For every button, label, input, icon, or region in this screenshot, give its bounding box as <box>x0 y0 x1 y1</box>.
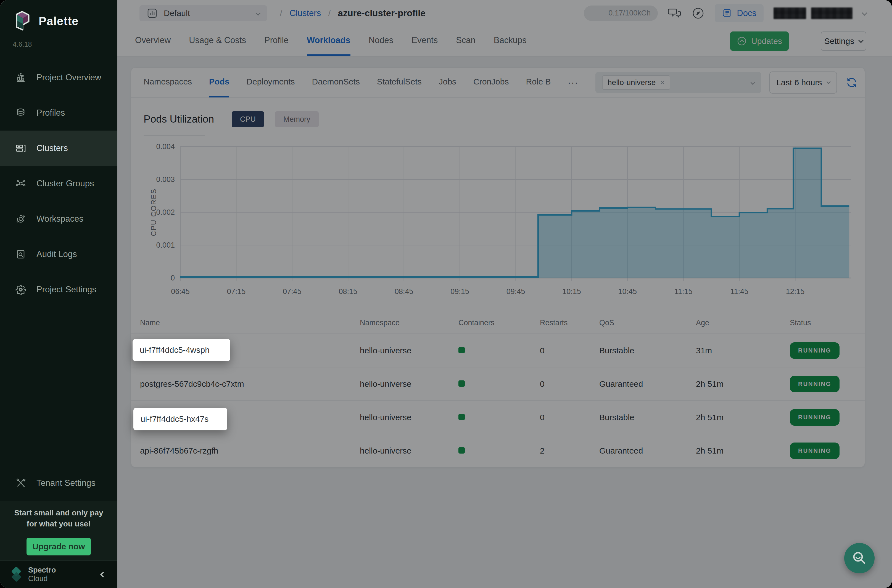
sidebar-item-label: Audit Logs <box>36 249 77 259</box>
tab-usage-costs[interactable]: Usage & Costs <box>189 26 246 56</box>
project-selector[interactable]: Default <box>140 5 267 21</box>
sidebar-item-cluster-groups[interactable]: Cluster Groups <box>0 166 117 201</box>
sidebar-item-audit-logs[interactable]: Audit Logs <box>0 237 117 272</box>
servers-icon <box>15 143 26 153</box>
subtab-jobs[interactable]: Jobs <box>439 68 456 98</box>
user-menu-chevron-icon[interactable] <box>862 10 867 16</box>
tab-overview[interactable]: Overview <box>135 26 171 56</box>
sidebar-item-workspaces[interactable]: Workspaces <box>0 201 117 237</box>
namespace-filter-select[interactable]: hello-universe × <box>595 72 761 93</box>
project-selected-label: Default <box>164 9 190 18</box>
pod-name: postgres-567dc9cb4c-c7xtm <box>140 379 360 388</box>
svg-text:06:45: 06:45 <box>171 287 190 296</box>
settings-button[interactable]: Settings <box>821 32 866 51</box>
redacted-user-name <box>773 8 853 19</box>
table-row[interactable]: api-86f745b67c-rzgfh hello-universe 2 Gu… <box>131 434 865 467</box>
time-range-select[interactable]: Last 6 hours <box>769 72 837 94</box>
status-badge: RUNNING <box>790 442 839 459</box>
network-icon <box>15 178 26 189</box>
table-row[interactable]: ui-f7ff4ddc5-hx47s hello-universe 0 Burs… <box>131 401 865 434</box>
sidebar-nav: Project Overview Profiles Clusters Clust… <box>0 60 117 307</box>
subtab-daemonsets[interactable]: DaemonSets <box>312 68 360 98</box>
remove-tag-icon[interactable]: × <box>660 78 664 87</box>
redacted-block <box>773 8 806 19</box>
section-title: Pods Utilization <box>144 114 214 125</box>
breadcrumb-clusters-link[interactable]: Clusters <box>290 8 321 18</box>
container-status-square <box>458 447 465 453</box>
sidebar-item-label: Tenant Settings <box>36 478 96 488</box>
sidebar-item-label: Project Settings <box>36 285 96 294</box>
sidebar-item-label: Clusters <box>36 143 68 153</box>
compass-icon <box>692 7 705 20</box>
explore-compass-button[interactable] <box>692 7 705 20</box>
sidebar-item-tenant-settings[interactable]: Tenant Settings <box>0 465 117 501</box>
tab-scan[interactable]: Scan <box>456 26 476 56</box>
svg-text:12:15: 12:15 <box>786 287 805 296</box>
upgrade-promo-panel: Start small and only pay for what you us… <box>0 501 117 560</box>
tab-backups[interactable]: Backups <box>494 26 527 56</box>
svg-text:0.003: 0.003 <box>156 175 175 184</box>
pod-age: 2h 51m <box>696 413 790 422</box>
table-row[interactable]: ui-f7ff4ddc5-4wsph hello-universe 0 Burs… <box>131 334 865 368</box>
refresh-icon <box>845 76 858 89</box>
chevron-down-icon <box>826 80 831 84</box>
memory-toggle-button[interactable]: Memory <box>275 111 319 127</box>
upgrade-now-button[interactable]: Upgrade now <box>27 538 91 555</box>
subtab-deployments[interactable]: Deployments <box>246 68 295 98</box>
tab-profile[interactable]: Profile <box>264 26 288 56</box>
chevron-down-icon <box>859 38 863 43</box>
brand-name: Palette <box>39 15 79 28</box>
namespace-tag-label: hello-universe <box>608 78 656 87</box>
main-area: Default / Clusters / azure-cluster-profi… <box>117 0 892 588</box>
col-containers: Containers <box>458 319 540 327</box>
search-fab-button[interactable] <box>844 543 875 573</box>
table-row[interactable]: postgres-567dc9cb4c-c7xtm hello-universe… <box>131 368 865 401</box>
tab-nodes[interactable]: Nodes <box>369 26 393 56</box>
section-title-underline <box>144 135 205 135</box>
subtab-statefulsets[interactable]: StatefulSets <box>377 68 422 98</box>
breadcrumb-separator: / <box>328 8 330 18</box>
svg-text:10:45: 10:45 <box>618 287 637 296</box>
status-badge: RUNNING <box>790 409 839 426</box>
status-badge: RUNNING <box>790 342 839 359</box>
pod-restarts: 2 <box>540 446 599 456</box>
pod-namespace: hello-universe <box>360 379 458 388</box>
col-name: Name <box>140 319 360 327</box>
subtabs-overflow-button[interactable]: ··· <box>568 78 578 88</box>
svg-text:0.004: 0.004 <box>156 142 175 151</box>
tab-events[interactable]: Events <box>411 26 438 56</box>
doc-search-icon <box>15 249 26 260</box>
sidebar-item-project-settings[interactable]: Project Settings <box>0 272 117 307</box>
filters-group: hello-universe × Last 6 hours <box>595 72 858 94</box>
highlighted-pod-name-1[interactable]: ui-f7ff4ddc5-4wsph <box>132 339 230 361</box>
pod-name: api-86f745b67c-rzgfh <box>140 446 360 456</box>
pods-table-body: ui-f7ff4ddc5-4wsph hello-universe 0 Burs… <box>131 334 865 467</box>
svg-text:10:15: 10:15 <box>562 287 581 296</box>
subtab-pods[interactable]: Pods <box>209 68 229 98</box>
docs-button[interactable]: Docs <box>715 4 764 22</box>
pod-namespace: hello-universe <box>360 413 458 422</box>
cpu-toggle-button[interactable]: CPU <box>232 111 264 127</box>
collapse-sidebar-icon[interactable] <box>100 572 106 577</box>
subtab-role-bindings[interactable]: Role Bindings <box>526 68 551 98</box>
feedback-chat-button[interactable] <box>668 7 682 20</box>
status-badge: RUNNING <box>790 376 839 392</box>
subtab-namespaces[interactable]: Namespaces <box>144 68 192 98</box>
tab-workloads[interactable]: Workloads <box>307 26 350 56</box>
sidebar-item-clusters[interactable]: Clusters <box>0 130 117 166</box>
highlighted-pod-name-2[interactable]: ui-f7ff4ddc5-hx47s <box>134 408 227 430</box>
sidebar-item-label: Workspaces <box>36 214 83 224</box>
sidebar-item-project-overview[interactable]: Project Overview <box>0 60 117 95</box>
top-header: Default / Clusters / azure-cluster-profi… <box>117 0 892 26</box>
orbit-icon <box>15 214 26 224</box>
content-area: Namespaces Pods Deployments DaemonSets S… <box>117 57 892 588</box>
refresh-button[interactable] <box>845 76 858 89</box>
breadcrumb-separator: / <box>280 8 282 18</box>
col-restarts: Restarts <box>540 319 599 327</box>
col-age: Age <box>696 319 790 327</box>
updates-button[interactable]: Updates <box>730 32 789 51</box>
svg-text:09:15: 09:15 <box>451 287 469 296</box>
app-version: 4.6.18 <box>0 32 117 48</box>
subtab-cronjobs[interactable]: CronJobs <box>473 68 509 98</box>
sidebar-item-profiles[interactable]: Profiles <box>0 95 117 130</box>
